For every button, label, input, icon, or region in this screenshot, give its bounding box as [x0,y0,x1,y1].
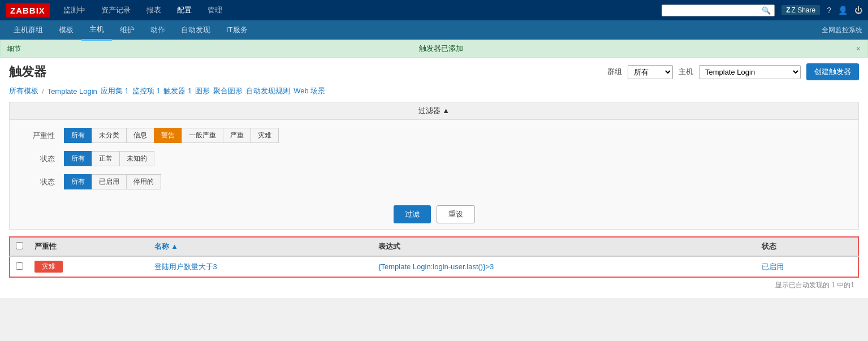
search-box[interactable]: 🔍 [662,5,775,16]
breadcrumb: 所有模板 / Template Login 应用集 1 监控项 1 触发器 1 … [9,86,859,96]
subnav-maintenance[interactable]: 维护 [112,20,142,40]
host-select[interactable]: Template Login [699,65,801,79]
severity-average[interactable]: 一般严重 [182,128,223,143]
status2-label: 状态 [21,177,55,187]
th-name: 名称 ▲ [149,237,373,256]
row-checkbox-cell [10,256,29,277]
breadcrumb-trigger[interactable]: 触发器 1 [163,86,192,96]
severity-warning[interactable]: 警告 [154,128,182,143]
status1-all[interactable]: 所有 [64,151,92,166]
status2-all[interactable]: 所有 [64,174,92,189]
expression-link[interactable]: {Template Login:login-user.last()}>3 [378,262,494,271]
filter-actions: 过滤 重设 [10,205,858,229]
breadcrumb-all-templates[interactable]: 所有模板 [9,86,38,96]
search-icon[interactable]: 🔍 [762,6,771,15]
th-status: 状态 [756,237,858,256]
zshare-button[interactable]: Z Z Share [781,5,820,15]
status1-unknown[interactable]: 未知的 [119,151,154,166]
row-status: 已启用 [756,256,858,277]
filter-body: 严重性 所有 未分类 信息 警告 一般严重 严重 灾难 状态 所有 正常 未知的 [10,120,858,205]
status-text: 已启用 [762,262,784,271]
page-header: 触发器 群组 所有 主机 Template Login 创建触发器 [9,63,859,80]
group-select[interactable]: 所有 [628,65,673,79]
subnav-hostgroups[interactable]: 主机群组 [6,20,51,40]
sub-navbar: 主机群组 模板 主机 维护 动作 自动发现 IT服务 全网监控系统 [0,20,868,40]
zshare-label: Z Share [792,6,816,14]
th-checkbox [10,237,29,256]
filter-severity-row: 严重性 所有 未分类 信息 警告 一般严重 严重 灾难 [21,128,847,143]
top-navbar: ZABBIX 监测中 资产记录 报表 配置 管理 🔍 Z Z Share ? 👤… [0,0,868,20]
filter-toggle-bar[interactable]: 过滤器 ▲ [10,102,858,120]
status1-buttons: 所有 正常 未知的 [64,151,154,166]
host-label: 主机 [679,67,693,77]
subnav-actions[interactable]: 动作 [142,20,173,40]
filter-button[interactable]: 过滤 [394,205,431,223]
page-content: 触发器 群组 所有 主机 Template Login 创建触发器 所有模板 /… [0,58,868,298]
breadcrumb-graph[interactable]: 图形 [195,86,210,96]
severity-buttons: 所有 未分类 信息 警告 一般严重 严重 灾难 [64,128,279,143]
notification-label: 细节 [7,44,27,54]
severity-badge: 灾难 [34,261,63,273]
notification-message: 触发器已添加 [27,44,856,54]
subnav-hosts[interactable]: 主机 [81,20,112,41]
severity-label: 严重性 [21,131,55,141]
table-row: 灾难 登陆用户数量大于3 {Template Login:login-user.… [10,256,858,277]
zshare-z: Z [786,6,790,14]
th-name-link[interactable]: 名称 ▲ [154,242,178,251]
filter-section: 过滤器 ▲ 严重性 所有 未分类 信息 警告 一般严重 严重 灾难 状态 [9,102,859,230]
row-severity: 灾难 [29,256,149,277]
subnav-templates[interactable]: 模板 [51,20,81,40]
page-title: 触发器 [9,63,46,80]
top-nav-right: 🔍 Z Z Share ? 👤 ⏻ [662,5,862,16]
system-name: 全网监控系统 [822,25,862,35]
severity-info[interactable]: 信息 [126,128,154,143]
breadcrumb-monitor[interactable]: 监控项 1 [132,86,161,96]
nav-config[interactable]: 配置 [175,1,194,20]
table-footer: 显示已自动发现的 1 中的1 [9,278,859,292]
status2-buttons: 所有 已启用 停用的 [64,174,161,189]
severity-unclassified[interactable]: 未分类 [92,128,126,143]
create-trigger-button[interactable]: 创建触发器 [806,63,859,80]
status1-normal[interactable]: 正常 [92,151,119,166]
th-severity: 严重性 [29,237,149,256]
status2-disabled[interactable]: 停用的 [126,174,161,189]
severity-all[interactable]: 所有 [64,128,92,143]
subnav-autodiscovery[interactable]: 自动发现 [173,20,218,40]
logo: ZABBIX [6,3,50,18]
notification-close[interactable]: × [856,44,861,53]
nav-admin[interactable]: 管理 [205,1,224,20]
group-label: 群组 [607,67,622,77]
severity-disaster[interactable]: 灾难 [251,128,279,143]
user-icon[interactable]: 👤 [838,6,848,15]
reset-button[interactable]: 重设 [437,205,475,223]
nav-reports[interactable]: 报表 [144,1,163,20]
help-icon[interactable]: ? [827,6,831,15]
row-expression: {Template Login:login-user.last()}>3 [373,256,755,277]
page-header-right: 群组 所有 主机 Template Login 创建触发器 [607,63,859,80]
filter-status2-row: 状态 所有 已启用 停用的 [21,174,847,189]
filter-status1-row: 状态 所有 正常 未知的 [21,151,847,166]
severity-high[interactable]: 严重 [223,128,251,143]
breadcrumb-web[interactable]: Web 场景 [293,86,325,96]
filter-toggle-label: 过滤器 ▲ [418,106,450,116]
search-input[interactable] [666,6,762,14]
trigger-name-link[interactable]: 登陆用户数量大于3 [154,262,217,271]
power-icon[interactable]: ⏻ [854,6,862,15]
breadcrumb-autodiscovery[interactable]: 自动发现规则 [246,86,290,96]
breadcrumb-agg-graph[interactable]: 聚合图形 [213,86,243,96]
breadcrumb-appset[interactable]: 应用集 1 [101,86,129,96]
subnav-itservices[interactable]: IT服务 [218,20,256,40]
nav-monitor[interactable]: 监测中 [61,1,88,20]
triggers-table: 严重性 名称 ▲ 表达式 状态 灾难 登陆用户数量大于3 [9,236,859,278]
th-expression: 表达式 [373,237,755,256]
select-all-checkbox[interactable] [16,242,23,249]
nav-assets[interactable]: 资产记录 [99,1,133,20]
breadcrumb-template-login[interactable]: Template Login [47,87,97,96]
top-nav-links: 监测中 资产记录 报表 配置 管理 [61,1,662,20]
status2-enabled[interactable]: 已启用 [92,174,126,189]
breadcrumb-sep-1: / [42,87,44,96]
row-checkbox[interactable] [16,262,23,270]
table-header-row: 严重性 名称 ▲ 表达式 状态 [10,237,858,256]
notification-bar: 细节 触发器已添加 × [0,40,868,58]
row-name: 登陆用户数量大于3 [149,256,373,277]
